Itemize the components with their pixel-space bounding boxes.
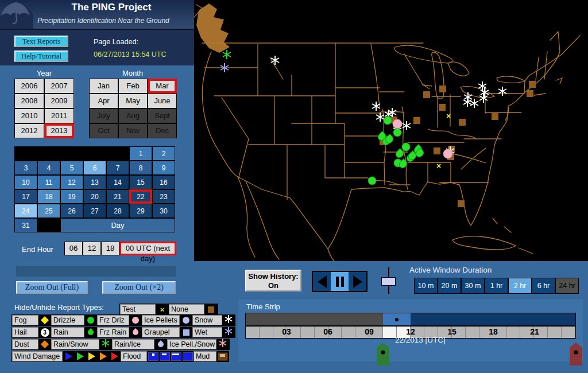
awd-6hr[interactable]: 6 hr <box>532 278 555 294</box>
year-2009[interactable]: 2009 <box>44 94 74 108</box>
hail-icon[interactable]: 3 <box>39 327 51 337</box>
step-back-button[interactable] <box>313 272 331 291</box>
hour-cell-0[interactable] <box>246 327 260 338</box>
flood-4-icon[interactable] <box>182 351 193 362</box>
calendar-day-21[interactable]: 21 <box>106 189 129 204</box>
legend-toggle-none[interactable]: None <box>169 304 204 314</box>
hour-cell-23[interactable] <box>562 327 575 338</box>
legend-toggle-rain-ice-pell-[interactable]: Rain/Ice Pell. <box>112 339 154 349</box>
flood-3-icon[interactable] <box>171 351 181 362</box>
calendar-day-8[interactable]: 8 <box>129 161 152 175</box>
flood-1-icon[interactable] <box>148 351 158 362</box>
calendar-day-25[interactable]: 25 <box>37 204 60 218</box>
legend-toggle-wind-damage[interactable]: Wind Damage <box>12 351 63 362</box>
calendar-day-12[interactable]: 12 <box>60 175 83 189</box>
year-2006[interactable]: 2006 <box>14 79 44 94</box>
calendar-day-4[interactable]: 4 <box>37 161 60 175</box>
hour-cell-1[interactable] <box>260 327 273 338</box>
calendar-day-1[interactable]: 1 <box>129 146 152 161</box>
tri-orange-icon[interactable] <box>98 351 109 362</box>
hour-cell-4[interactable] <box>301 327 315 338</box>
calendar-day-15[interactable]: 15 <box>129 175 152 189</box>
tri-blue-icon[interactable] <box>63 351 74 362</box>
step-forward-button[interactable] <box>349 272 366 291</box>
di-yellow-icon[interactable] <box>39 315 51 325</box>
month-feb[interactable]: Feb <box>118 79 148 94</box>
awd-1hr[interactable]: 1 hr <box>485 278 508 294</box>
awd-30m[interactable]: 30 m <box>461 278 485 294</box>
legend-toggle-hail[interactable]: Hail <box>12 327 38 337</box>
dr-lav-icon[interactable] <box>155 339 167 349</box>
hour-cell-19[interactable] <box>507 327 521 338</box>
ci-pink-icon[interactable] <box>130 315 141 325</box>
legend-toggle-flood[interactable]: Flood <box>121 351 147 362</box>
calendar-day-2[interactable]: 2 <box>152 146 175 161</box>
speed-slider-handle[interactable] <box>381 277 396 286</box>
legend-toggle-wet-snow[interactable]: Wet Snow <box>192 327 222 337</box>
dr-pink-icon[interactable] <box>130 327 141 337</box>
calendar-day-16[interactable]: 16 <box>152 175 175 189</box>
end-hour-18[interactable]: 18 <box>101 242 119 255</box>
sq-brown-icon[interactable] <box>205 304 217 314</box>
pause-button[interactable] <box>331 272 349 291</box>
zoom-out-full-button[interactable]: Zoom Out (Full) <box>16 281 88 294</box>
year-2012[interactable]: 2012 <box>14 123 44 138</box>
year-2010[interactable]: 2010 <box>14 108 44 123</box>
calendar-day-7[interactable]: 7 <box>106 161 129 175</box>
calendar-day-29[interactable]: 29 <box>129 204 152 218</box>
calendar-day-14[interactable]: 14 <box>106 175 129 189</box>
month-june[interactable]: June <box>148 94 177 108</box>
month-apr[interactable]: Apr <box>89 94 118 108</box>
calendar-day-11[interactable]: 11 <box>37 175 60 189</box>
di-orange-icon[interactable] <box>39 339 51 349</box>
month-oct[interactable]: Oct <box>89 123 118 138</box>
tri-red-icon[interactable] <box>109 351 120 362</box>
month-sept[interactable]: Sept <box>148 108 177 123</box>
calendar-day-31[interactable]: 31 <box>14 218 37 232</box>
calendar-day-27[interactable]: 27 <box>83 204 106 218</box>
calendar-day-10[interactable]: 10 <box>14 175 37 189</box>
month-aug[interactable]: Aug <box>118 108 148 123</box>
month-mar[interactable]: Mar <box>148 79 177 94</box>
calendar-day-3[interactable]: 3 <box>14 161 37 175</box>
year-2008[interactable]: 2008 <box>14 94 44 108</box>
month-nov[interactable]: Nov <box>118 123 148 138</box>
end-hour-00[interactable]: 00 UTC (next day) <box>119 242 176 255</box>
time-strip-window-bar[interactable] <box>245 313 576 326</box>
year-2013[interactable]: 2013 <box>44 123 74 138</box>
mud-icon[interactable] <box>217 351 228 362</box>
calendar-day-5[interactable]: 5 <box>60 161 83 175</box>
calendar-day-19[interactable]: 19 <box>60 189 83 204</box>
month-may[interactable]: May <box>118 94 148 108</box>
legend-toggle-test[interactable]: Test <box>120 304 156 314</box>
legend-toggle-fog[interactable]: Fog <box>12 315 38 325</box>
calendar-day-13[interactable]: 13 <box>83 175 106 189</box>
tri-yellow-icon[interactable] <box>86 351 97 362</box>
legend-toggle-ice-pell-snow[interactable]: Ice Pell./Snow <box>167 339 216 349</box>
month-jan[interactable]: Jan <box>89 79 118 94</box>
ci-green-icon[interactable] <box>85 315 96 325</box>
us-precip-map[interactable]: ×× <box>194 0 588 261</box>
ast-green-icon[interactable] <box>100 339 111 349</box>
tri-green-icon[interactable] <box>75 351 86 362</box>
calendar-day-17[interactable]: 17 <box>14 189 37 204</box>
text-reports-button[interactable]: Text Reports <box>14 36 68 47</box>
ast-pink-icon[interactable] <box>217 339 229 349</box>
awd-10m[interactable]: 10 m <box>414 278 438 294</box>
calendar-day-23[interactable]: 23 <box>152 189 175 204</box>
calendar-day-28[interactable]: 28 <box>106 204 129 218</box>
test-icon[interactable]: × <box>156 304 168 314</box>
sq-lav-icon[interactable] <box>180 327 192 337</box>
awd-20m[interactable]: 20 m <box>438 278 461 294</box>
legend-toggle-rain[interactable]: Rain <box>51 327 84 337</box>
calendar-day-9[interactable]: 9 <box>152 161 175 175</box>
end-hour-12[interactable]: 12 <box>83 242 101 255</box>
hour-cell-22[interactable] <box>548 327 562 338</box>
legend-toggle-ice-pellets[interactable]: Ice Pellets <box>142 315 180 325</box>
dr-green-icon[interactable] <box>85 327 96 337</box>
legend-toggle-dust[interactable]: Dust <box>12 339 38 349</box>
end-hour-06[interactable]: 06 <box>64 242 83 255</box>
calendar-day-24[interactable]: 24 <box>14 204 37 218</box>
ci-lav-icon[interactable] <box>180 315 192 325</box>
legend-toggle-snow[interactable]: Snow <box>192 315 222 325</box>
